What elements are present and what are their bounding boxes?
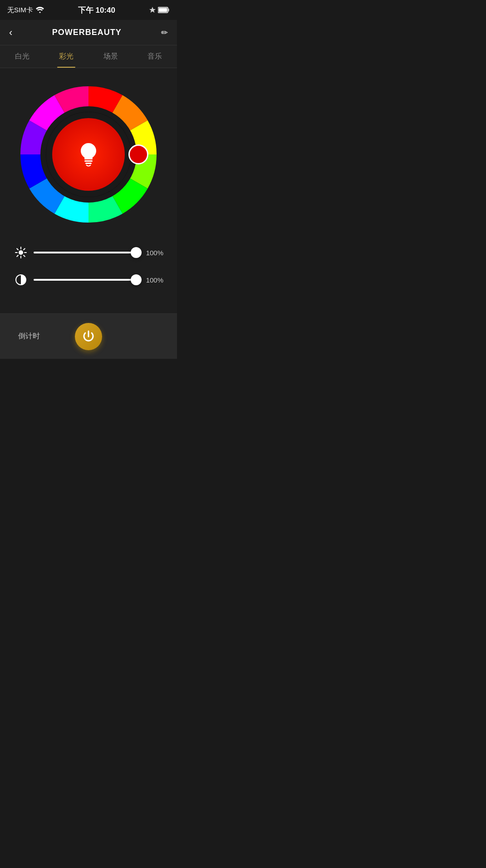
- svg-line-12: [17, 248, 18, 250]
- contrast-slider-row: 100%: [14, 273, 163, 287]
- sun-icon: [14, 245, 28, 260]
- header: ‹ POWERBEAUTY ✏: [0, 20, 177, 45]
- back-button[interactable]: ‹: [9, 27, 12, 39]
- svg-line-14: [24, 248, 25, 250]
- page-title: POWERBEAUTY: [52, 28, 122, 37]
- contrast-value: 100%: [142, 276, 163, 284]
- status-left: 无SIM卡: [7, 6, 44, 15]
- tab-bar: 白光 彩光 场景 音乐: [0, 45, 177, 68]
- brightness-slider-track[interactable]: [34, 252, 136, 253]
- status-right: [149, 7, 170, 13]
- tab-scene[interactable]: 场景: [88, 45, 133, 68]
- bottom-bar: 倒计时: [0, 313, 177, 359]
- svg-point-7: [19, 250, 23, 255]
- brightness-slider-fill: [34, 252, 136, 253]
- tab-white[interactable]: 白光: [0, 45, 44, 68]
- sliders-section: 100% 100%: [0, 236, 177, 313]
- svg-rect-2: [159, 8, 167, 12]
- bulb-icon: [77, 142, 100, 167]
- no-sim-text: 无SIM卡: [7, 6, 33, 15]
- countdown-label[interactable]: 倒计时: [18, 332, 40, 341]
- battery-icon: [158, 7, 170, 13]
- power-button[interactable]: [75, 323, 102, 350]
- svg-line-13: [24, 255, 25, 257]
- svg-rect-1: [168, 9, 169, 11]
- tab-music[interactable]: 音乐: [133, 45, 177, 68]
- contrast-icon: [14, 273, 28, 287]
- wifi-icon: [36, 7, 44, 13]
- contrast-slider-track[interactable]: [34, 279, 136, 281]
- center-color-display: [52, 118, 125, 191]
- location-icon: [149, 7, 156, 13]
- brightness-value: 100%: [142, 249, 163, 257]
- status-time: 下午 10:40: [78, 5, 115, 15]
- contrast-slider-fill: [34, 279, 136, 281]
- svg-rect-6: [85, 163, 92, 164]
- color-wheel-container[interactable]: [20, 86, 157, 223]
- svg-rect-5: [84, 160, 93, 162]
- tab-color[interactable]: 彩光: [44, 45, 89, 68]
- svg-line-15: [17, 255, 18, 257]
- contrast-slider-thumb[interactable]: [131, 274, 142, 285]
- edit-button[interactable]: ✏: [161, 28, 168, 38]
- color-wheel-section: [0, 68, 177, 236]
- main-content: 100% 100%: [0, 68, 177, 313]
- color-wheel-handle[interactable]: [128, 144, 148, 164]
- status-bar: 无SIM卡 下午 10:40: [0, 0, 177, 20]
- power-icon: [82, 330, 95, 343]
- brightness-slider-thumb[interactable]: [131, 247, 142, 258]
- brightness-slider-row: 100%: [14, 245, 163, 260]
